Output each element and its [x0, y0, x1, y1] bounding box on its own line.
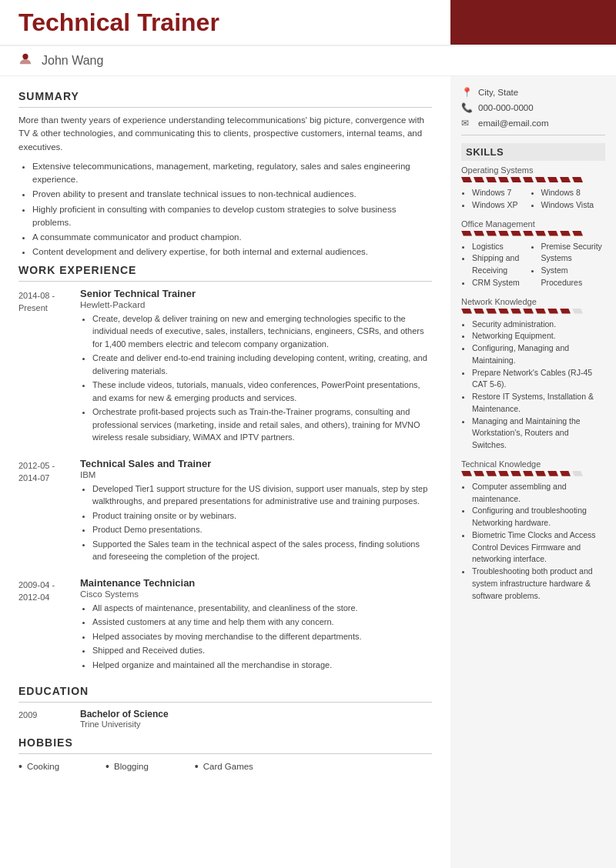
list-item: Windows 7 [472, 187, 537, 199]
list-item: Proven ability to present and translate … [32, 188, 432, 201]
header-title-area: Technical Trainer [0, 0, 450, 45]
skill-category-office: Office Management Logistics Shipping and… [461, 219, 605, 289]
list-item: Extensive telecommunications, management… [32, 160, 432, 187]
work-experience-section: WORK EXPERIENCE 2014-08 - Present Senior… [18, 264, 432, 673]
list-item: Networking Equipment. [472, 330, 605, 342]
contact-location: 📍 City, State [461, 87, 605, 98]
work-title-2: Technical Sales and Trainer [80, 458, 432, 469]
edu-degree-1: Bachelor of Science [80, 709, 169, 719]
work-entry-1: 2014-08 - Present Senior Technical Train… [18, 288, 432, 446]
work-list-2: Developed Tier1 support structure for th… [80, 482, 432, 563]
list-item: Create, develop & deliver training on ne… [92, 312, 432, 351]
work-list-3: All aspects of maintenance, presentabili… [80, 602, 432, 672]
work-entry-2: 2012-05 - 2014-07 Technical Sales and Tr… [18, 458, 432, 565]
skill-category-os: Operating Systems Windows 7 Windows XP W… [461, 165, 605, 212]
list-item: Shipped and Received duties. [92, 644, 432, 657]
location-icon: 📍 [461, 87, 474, 98]
skill-list-technical: Computer assembling and maintenance. Con… [461, 481, 605, 603]
list-item: Helped associates by moving merchandise … [92, 630, 432, 643]
list-item: Windows Vista [541, 199, 606, 212]
hobby-item-2: Blogging [105, 760, 149, 773]
left-column: SUMMARY More than twenty years of experi… [0, 76, 450, 786]
list-item: Security administration. [472, 319, 605, 331]
skill-category-technical: Technical Knowledge Computer assembling … [461, 459, 605, 603]
hobby-item-1: Cooking [18, 760, 59, 773]
list-item: Managing and Maintaining the Workstation… [472, 416, 605, 452]
header: Technical Trainer [0, 0, 616, 46]
hobbies-heading: HOBBIES [18, 736, 432, 749]
header-color-block [450, 0, 616, 45]
list-item: Helped organize and maintained all the m… [92, 659, 432, 672]
list-item: All aspects of maintenance, presentabili… [92, 602, 432, 615]
list-item: Logistics [472, 241, 537, 253]
list-item: Computer assembling and maintenance. [472, 481, 605, 506]
list-item: System Procedures [541, 265, 606, 289]
skill-title-os: Operating Systems [461, 165, 605, 175]
list-item: Shipping and Receiving [472, 252, 537, 277]
work-experience-heading: WORK EXPERIENCE [18, 264, 432, 276]
list-item: Product Demo presentations. [92, 523, 432, 536]
skill-title-office: Office Management [461, 219, 605, 229]
hobbies-list: Cooking Blogging Card Games [18, 760, 432, 773]
name-bar: John Wang [0, 46, 616, 76]
work-company-3: Cisco Systems [80, 589, 432, 599]
edu-date-1: 2009 [18, 709, 80, 729]
education-section: EDUCATION 2009 Bachelor of Science Trine… [18, 685, 432, 729]
work-entry-3: 2009-04 - 2012-04 Maintenance Technician… [18, 577, 432, 673]
list-item: Troubleshooting both product and system … [472, 566, 605, 602]
page-title: Technical Trainer [18, 8, 219, 37]
work-date-2: 2012-05 - 2014-07 [18, 458, 80, 565]
contact-info: 📍 City, State 📞 000-000-0000 ✉ email@ema… [461, 87, 605, 129]
list-item: Orchestrate profit-based projects such a… [92, 406, 432, 444]
skill-bar-office [461, 231, 605, 236]
edu-entry-1: 2009 Bachelor of Science Trine Univerisi… [18, 709, 432, 729]
skill-bar-os [461, 177, 605, 182]
skills-main-heading: SKILLS [461, 143, 605, 161]
right-sidebar: 📍 City, State 📞 000-000-0000 ✉ email@ema… [450, 76, 616, 868]
work-date-3: 2009-04 - 2012-04 [18, 577, 80, 673]
edu-details-1: Bachelor of Science Trine Univerisity [80, 709, 169, 729]
skill-list-os: Windows 7 Windows XP Windows 8 Windows V… [461, 187, 605, 212]
list-item: Developed Tier1 support structure for th… [92, 482, 432, 508]
work-details-2: Technical Sales and Trainer IBM Develope… [80, 458, 432, 565]
work-title-1: Senior Technical Trainer [80, 288, 432, 299]
summary-list: Extensive telecommunications, management… [18, 160, 432, 259]
skill-bar-network [461, 309, 605, 314]
list-item: Create and deliver end-to-end training i… [92, 352, 432, 377]
list-item: Configuring and troubleshooting Networki… [472, 505, 605, 529]
work-list-1: Create, develop & deliver training on ne… [80, 312, 432, 444]
list-item: Windows 8 [541, 187, 606, 199]
list-item: Premise Security Systems [541, 241, 606, 265]
list-item: Prepare Network's Cables (RJ-45 CAT 5-6)… [472, 367, 605, 392]
list-item: Content development and delivery experti… [32, 245, 432, 259]
list-item: Product training onsite or by webinars. [92, 509, 432, 522]
work-date-1: 2014-08 - Present [18, 288, 80, 446]
list-item: Assisted customers at any time and help … [92, 616, 432, 629]
list-item: Windows XP [472, 199, 537, 212]
summary-section: SUMMARY More than twenty years of experi… [18, 90, 432, 259]
work-company-2: IBM [80, 470, 432, 479]
hobbies-section: HOBBIES Cooking Blogging Card Games [18, 736, 432, 773]
work-company-1: Hewlett-Packard [80, 300, 432, 309]
work-details-3: Maintenance Technician Cisco Systems All… [80, 577, 432, 673]
list-item: Supported the Sales team in the technica… [92, 538, 432, 563]
list-item: These include videos, tutorials, manuals… [92, 379, 432, 404]
list-item: CRM System [472, 277, 537, 289]
skill-title-network: Network Knowledge [461, 297, 605, 306]
list-item: Restore IT Systems, Installation & Maint… [472, 391, 605, 416]
phone-icon: 📞 [461, 102, 474, 113]
email-icon: ✉ [461, 118, 474, 129]
summary-heading: SUMMARY [18, 90, 432, 102]
contact-email: ✉ email@email.com [461, 118, 605, 129]
person-icon [18, 52, 35, 69]
contact-phone: 📞 000-000-0000 [461, 102, 605, 113]
skill-list-network: Security administration. Networking Equi… [461, 319, 605, 452]
skill-category-network: Network Knowledge Security administratio… [461, 297, 605, 452]
list-item: A consummate communicator and product ch… [32, 231, 432, 244]
list-item: Biometric Time Clocks and Access Control… [472, 529, 605, 566]
edu-school-1: Trine Univerisity [80, 719, 169, 729]
main-layout: SUMMARY More than twenty years of experi… [0, 76, 616, 868]
work-details-1: Senior Technical Trainer Hewlett-Packard… [80, 288, 432, 446]
candidate-name: John Wang [42, 54, 103, 68]
skill-title-technical: Technical Knowledge [461, 459, 605, 469]
